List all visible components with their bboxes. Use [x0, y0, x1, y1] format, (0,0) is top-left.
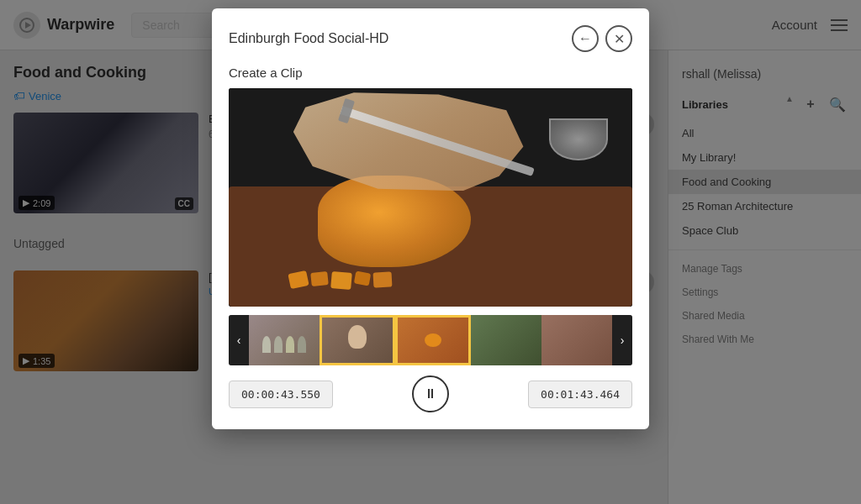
- filmstrip-frame-2[interactable]: [320, 315, 395, 365]
- clip-modal: Edinburgh Food Social-HD ← ✕ Create a Cl…: [212, 8, 649, 429]
- clip-label: Create a Clip: [229, 66, 632, 80]
- modal-overlay: Edinburgh Food Social-HD ← ✕ Create a Cl…: [0, 0, 861, 504]
- time-start-display: 00:00:43.550: [229, 381, 333, 408]
- filmstrip-frame-5[interactable]: [541, 315, 612, 365]
- filmstrip-frame-1[interactable]: [249, 315, 320, 365]
- filmstrip-frame-4[interactable]: [471, 315, 541, 365]
- playback-controls: 00:00:43.550 ⏸ 00:01:43.464: [229, 375, 632, 412]
- filmstrip-prev-button[interactable]: ‹: [229, 315, 249, 365]
- filmstrip-next-button[interactable]: ›: [612, 315, 632, 365]
- time-end-display: 00:01:43.464: [528, 381, 632, 408]
- modal-title: Edinburgh Food Social-HD: [229, 31, 388, 46]
- pause-icon: ⏸: [424, 386, 437, 402]
- modal-nav-icons: ← ✕: [572, 25, 632, 52]
- modal-close-button[interactable]: ✕: [605, 25, 632, 52]
- play-pause-button[interactable]: ⏸: [412, 375, 449, 412]
- filmstrip-frame-3[interactable]: [395, 315, 471, 365]
- video-preview: [229, 88, 632, 307]
- modal-back-button[interactable]: ←: [572, 25, 599, 52]
- filmstrip: ‹: [229, 315, 632, 365]
- filmstrip-frames: [249, 315, 612, 365]
- modal-title-bar: Edinburgh Food Social-HD ← ✕: [229, 25, 632, 52]
